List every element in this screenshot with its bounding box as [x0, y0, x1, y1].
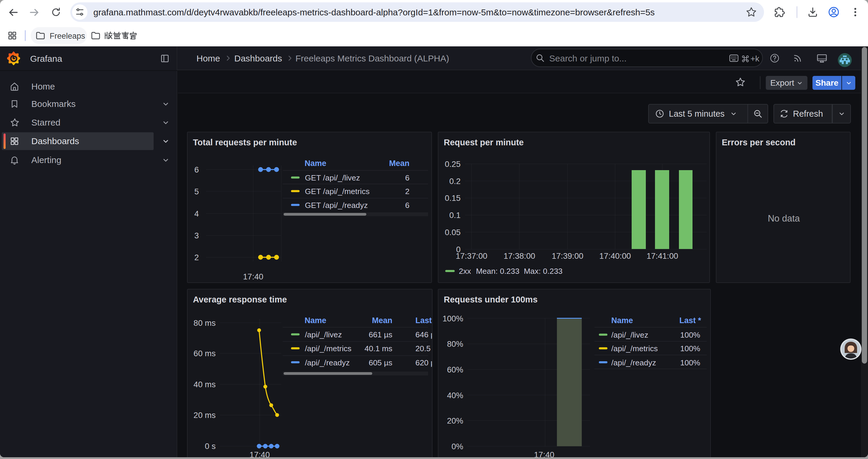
svg-text:646 µs: 646 µs — [415, 330, 432, 339]
svg-text:/api/_/readyz: /api/_/readyz — [611, 358, 656, 367]
svg-text:20.5 ms: 20.5 ms — [415, 344, 432, 353]
svg-text:100%: 100% — [442, 314, 463, 323]
svg-text:0.1: 0.1 — [450, 210, 461, 220]
svg-text:2: 2 — [405, 187, 409, 196]
svg-text:0.2: 0.2 — [450, 177, 461, 186]
svg-text:17:40: 17:40 — [243, 272, 264, 281]
svg-text:17:37:00: 17:37:00 — [456, 251, 487, 261]
svg-text:0%: 0% — [452, 442, 463, 451]
svg-text:60 ms: 60 ms — [193, 349, 216, 358]
svg-text:80 ms: 80 ms — [193, 319, 216, 328]
svg-text:17:40:00: 17:40:00 — [599, 251, 631, 261]
svg-text:/api/_/livez: /api/_/livez — [305, 330, 342, 339]
svg-text:40.1 ms: 40.1 ms — [365, 344, 392, 353]
svg-text:0.25: 0.25 — [445, 160, 461, 169]
svg-text:20 ms: 20 ms — [193, 411, 216, 420]
svg-text:6: 6 — [405, 173, 409, 182]
svg-text:17:40: 17:40 — [249, 450, 270, 457]
svg-text:17:38:00: 17:38:00 — [503, 251, 535, 261]
svg-text:/api/_/readyz: /api/_/readyz — [305, 358, 350, 367]
svg-text:620 µs: 620 µs — [415, 358, 432, 367]
svg-text:6: 6 — [405, 201, 409, 210]
svg-text:/api/_/metrics: /api/_/metrics — [305, 344, 351, 353]
svg-text:6: 6 — [194, 165, 199, 174]
svg-text:0.05: 0.05 — [445, 228, 461, 237]
svg-text:100%: 100% — [680, 330, 700, 339]
svg-text:40%: 40% — [447, 391, 463, 400]
svg-text:2: 2 — [194, 253, 199, 262]
svg-text:2xx: 2xx — [459, 267, 471, 275]
svg-text:3: 3 — [194, 231, 199, 240]
svg-text:Name: Name — [305, 316, 327, 325]
svg-text:100%: 100% — [680, 358, 700, 367]
svg-text:605 µs: 605 µs — [369, 358, 392, 367]
svg-text:Mean: Mean — [372, 316, 392, 325]
svg-text:GET /api/_/metrics: GET /api/_/metrics — [305, 187, 370, 196]
svg-text:Last *: Last * — [679, 316, 701, 325]
svg-text:0.15: 0.15 — [445, 193, 461, 203]
svg-text:GET /api/_/readyz: GET /api/_/readyz — [305, 201, 368, 210]
svg-text:GET /api/_/livez: GET /api/_/livez — [305, 173, 360, 182]
svg-text:80%: 80% — [447, 339, 463, 349]
svg-text:/api/_/livez: /api/_/livez — [611, 330, 648, 339]
svg-text:20%: 20% — [447, 416, 463, 425]
svg-text:17:40: 17:40 — [534, 450, 555, 457]
svg-text:Max: 0.233: Max: 0.233 — [524, 267, 562, 275]
svg-text:5: 5 — [194, 187, 199, 196]
svg-text:661 µs: 661 µs — [369, 330, 392, 339]
svg-text:4: 4 — [194, 209, 199, 218]
svg-text:Mean: Mean — [389, 159, 409, 168]
svg-text:17:39:00: 17:39:00 — [552, 251, 583, 261]
svg-text:Name: Name — [611, 316, 633, 325]
svg-text:100%: 100% — [680, 344, 700, 353]
svg-text:Mean: 0.233: Mean: 0.233 — [476, 267, 519, 275]
svg-text:17:41:00: 17:41:00 — [646, 251, 678, 261]
svg-text:40 ms: 40 ms — [193, 380, 216, 389]
svg-text:60%: 60% — [447, 365, 463, 374]
svg-text:Last *: Last * — [415, 316, 432, 325]
svg-text:Name: Name — [305, 159, 327, 168]
svg-text:0 s: 0 s — [205, 441, 216, 451]
svg-text:/api/_/metrics: /api/_/metrics — [611, 344, 658, 353]
